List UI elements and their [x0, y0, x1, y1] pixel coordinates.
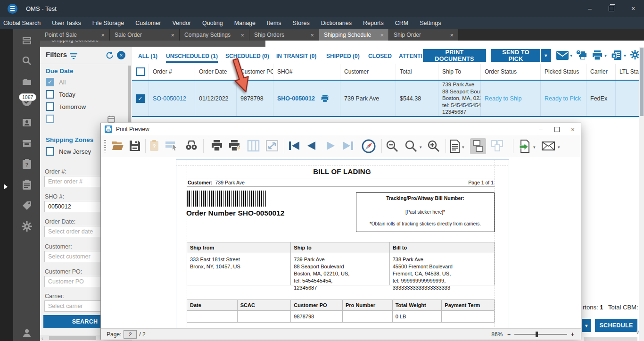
- schedule-button[interactable]: SCHEDULE: [595, 319, 637, 332]
- tab-close-icon[interactable]: ×: [101, 32, 105, 39]
- export-dropdown-icon[interactable]: ▾: [533, 145, 536, 150]
- scrollbar-thumb[interactable]: [640, 48, 644, 116]
- column-sho-number[interactable]: SHO#: [273, 64, 340, 80]
- column-order-status[interactable]: Order Status: [481, 64, 541, 80]
- filters-close-icon[interactable]: ×: [117, 51, 125, 59]
- filter-due-tomorrow[interactable]: Tomorrow: [46, 102, 86, 111]
- tab-shipping-schedule[interactable]: Shipping Schedule×: [319, 29, 389, 41]
- clipboard-question-icon[interactable]: ?: [22, 158, 32, 170]
- refresh-icon[interactable]: [105, 51, 114, 60]
- sho-number-link[interactable]: SHO-0050012: [277, 95, 315, 102]
- menu-file-storage[interactable]: File Storage: [92, 20, 124, 26]
- restore-button[interactable]: [601, 0, 622, 17]
- menu-crm[interactable]: CRM: [395, 20, 408, 26]
- status-tab-all[interactable]: ALL (1): [138, 53, 157, 59]
- open-document-icon[interactable]: [111, 140, 124, 152]
- checkbox-checked[interactable]: ✓: [46, 78, 54, 86]
- table-row[interactable]: ✓ SO-0050012 01/12/2022 9878798 SHO-0050…: [132, 80, 639, 117]
- page-view-icon[interactable]: [450, 140, 460, 153]
- checkbox[interactable]: [46, 115, 54, 123]
- menu-user-tasks[interactable]: User Tasks: [52, 20, 81, 26]
- dialog-maximize-button[interactable]: [549, 123, 565, 135]
- email-icon[interactable]: [556, 51, 569, 60]
- send-to-pick-button[interactable]: SEND TO PICK: [491, 49, 540, 62]
- dashboard-icon[interactable]: [21, 35, 33, 46]
- page-number-input[interactable]: [124, 330, 137, 339]
- gear-icon[interactable]: [21, 221, 33, 232]
- minimize-button[interactable]: –: [579, 0, 601, 17]
- scroll-left-icon[interactable]: ‹: [41, 335, 43, 341]
- bottom-scrollbar[interactable]: [584, 337, 637, 341]
- zoom-out-icon[interactable]: [386, 140, 399, 153]
- filters-horizontal-scrollbar[interactable]: ‹: [40, 335, 100, 341]
- user-profile-icon[interactable]: [21, 327, 33, 339]
- menu-dictionaries[interactable]: Dictionaries: [321, 20, 352, 26]
- menu-vendor[interactable]: Vendor: [172, 20, 191, 26]
- tab-close-icon[interactable]: ×: [380, 32, 384, 39]
- order-number-link[interactable]: SO-0050012: [149, 81, 195, 116]
- tab-close-icon[interactable]: ×: [171, 32, 174, 39]
- send-to-pick-dropdown[interactable]: ▾: [541, 49, 551, 62]
- export-document-icon[interactable]: [519, 140, 530, 153]
- menu-settings[interactable]: Settings: [420, 20, 441, 26]
- export-dropdown-icon[interactable]: ▾: [624, 53, 626, 58]
- export-excel-icon[interactable]: x: [611, 50, 622, 61]
- checkbox[interactable]: [46, 147, 54, 156]
- tab-ship-orders[interactable]: Ship Orders×: [249, 29, 319, 41]
- menu-reports[interactable]: Reports: [363, 20, 384, 26]
- tab-close-icon[interactable]: ×: [310, 32, 314, 39]
- filter-funnel-icon[interactable]: [69, 52, 78, 60]
- dialog-close-button[interactable]: ×: [565, 123, 581, 135]
- status-tab-unscheduled[interactable]: UNSCHEDULED (1): [166, 53, 218, 59]
- order-status-link[interactable]: Ready to Ship: [481, 81, 541, 116]
- toolbar-grip[interactable]: [104, 140, 106, 152]
- panel-expander-icon[interactable]: [4, 184, 8, 190]
- first-page-icon[interactable]: [288, 141, 300, 150]
- menu-global-search[interactable]: Global Search: [3, 20, 41, 26]
- main-vertical-scrollbar[interactable]: [639, 47, 644, 341]
- checkbox[interactable]: [46, 102, 54, 111]
- row-print-icon[interactable]: [321, 95, 329, 102]
- menu-quoting[interactable]: Quoting: [202, 20, 223, 26]
- print-dropdown-icon[interactable]: ▾: [604, 53, 607, 58]
- menu-customer[interactable]: Customer: [135, 20, 161, 26]
- zoom-dropdown-icon[interactable]: ▾: [420, 145, 422, 150]
- column-picked-status[interactable]: Picked Status: [541, 64, 586, 80]
- column-ship-to[interactable]: Ship To: [438, 64, 481, 80]
- print-icon[interactable]: [210, 140, 223, 152]
- email-dropdown-icon[interactable]: ▾: [570, 53, 572, 58]
- filter-due-today[interactable]: Today: [46, 90, 75, 99]
- scrollbar-thumb[interactable]: [49, 336, 96, 340]
- zoom-in-icon[interactable]: [427, 140, 440, 153]
- status-tab-in-transit[interactable]: IN TRANSIT (0): [276, 53, 316, 59]
- scrollbar-thumb[interactable]: [128, 66, 131, 122]
- menu-items[interactable]: Items: [267, 20, 281, 26]
- column-order-number[interactable]: Order #: [149, 64, 195, 80]
- send-email-icon[interactable]: [542, 141, 555, 150]
- tab-close-icon[interactable]: ×: [240, 32, 244, 39]
- status-tab-attention[interactable]: ATTENTI: [399, 53, 423, 59]
- folders-icon[interactable]: [21, 76, 33, 87]
- column-total[interactable]: Total: [396, 64, 438, 80]
- checkbox[interactable]: [46, 90, 54, 99]
- filter-due-all[interactable]: ✓All: [46, 78, 66, 86]
- tab-close-icon[interactable]: ×: [450, 32, 454, 39]
- tab-ship-order[interactable]: Ship Order×: [389, 29, 459, 41]
- schedule-split-dropdown[interactable]: ▾: [582, 319, 591, 332]
- save-document-icon[interactable]: [129, 140, 141, 152]
- menu-stores[interactable]: Stores: [293, 20, 310, 26]
- search-icon[interactable]: [21, 55, 33, 67]
- zoom-in-control[interactable]: +: [571, 331, 574, 338]
- picked-status-link[interactable]: Ready to Pick: [541, 81, 586, 116]
- previous-page-icon[interactable]: [306, 141, 316, 150]
- zoom-out-control[interactable]: –: [507, 331, 511, 338]
- quick-print-icon[interactable]: [228, 140, 242, 152]
- column-carrier[interactable]: Carrier: [586, 64, 616, 80]
- slider-thumb[interactable]: [536, 332, 538, 337]
- contacts-icon[interactable]: [21, 117, 33, 128]
- row-checkbox[interactable]: ✓: [136, 94, 145, 103]
- facing-pages-icon-selected[interactable]: [470, 138, 486, 154]
- print-icon[interactable]: [592, 50, 603, 60]
- dialog-minimize-button[interactable]: –: [533, 123, 549, 135]
- zoom-slider[interactable]: [514, 331, 567, 338]
